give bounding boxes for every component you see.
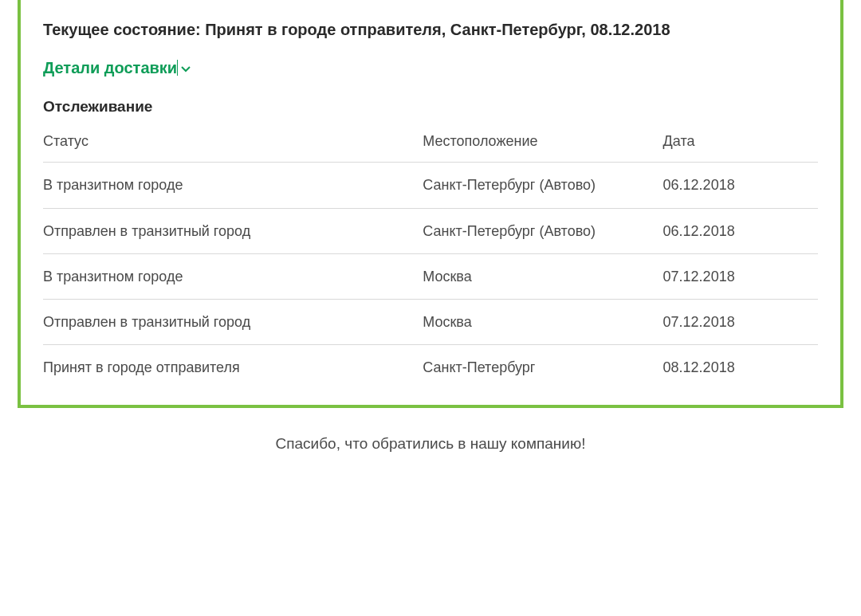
- col-header-location: Местоположение: [423, 127, 662, 163]
- cell-date: 07.12.2018: [663, 300, 818, 345]
- cell-status: Отправлен в транзитный город: [43, 208, 423, 253]
- cell-status: Принят в городе отправителя: [43, 345, 423, 390]
- table-row: Отправлен в транзитный город Москва 07.1…: [43, 300, 818, 345]
- details-toggle[interactable]: Детали доставки: [43, 59, 192, 77]
- cell-location: Санкт-Петербург: [423, 345, 662, 390]
- table-row: Принят в городе отправителя Санкт-Петерб…: [43, 345, 818, 390]
- table-row: В транзитном городе Санкт-Петербург (Авт…: [43, 163, 818, 208]
- text-cursor: [177, 60, 178, 76]
- cell-location: Санкт-Петербург (Автово): [423, 208, 662, 253]
- table-header-row: Статус Местоположение Дата: [43, 127, 818, 163]
- cell-location: Москва: [423, 300, 662, 345]
- current-status-label: Текущее состояние:: [43, 21, 205, 38]
- current-status-line: Текущее состояние: Принят в городе отпра…: [43, 19, 818, 40]
- cell-date: 07.12.2018: [663, 253, 818, 299]
- cell-location: Санкт-Петербург (Автово): [423, 163, 662, 208]
- details-toggle-label: Детали доставки: [43, 59, 177, 77]
- tracking-panel: Текущее состояние: Принят в городе отпра…: [18, 0, 843, 408]
- current-status-value: Принят в городе отправителя, Санкт-Петер…: [205, 21, 670, 38]
- thanks-message: Спасибо, что обратились в нашу компанию!: [0, 435, 861, 453]
- tracking-heading: Отслеживание: [43, 98, 818, 116]
- cell-status: Отправлен в транзитный город: [43, 300, 423, 345]
- cell-date: 06.12.2018: [663, 163, 818, 208]
- cell-status: В транзитном городе: [43, 253, 423, 299]
- cell-location: Москва: [423, 253, 662, 299]
- cell-date: 08.12.2018: [663, 345, 818, 390]
- table-row: В транзитном городе Москва 07.12.2018: [43, 253, 818, 299]
- cell-date: 06.12.2018: [663, 208, 818, 253]
- chevron-down-icon: [179, 62, 192, 75]
- col-header-date: Дата: [663, 127, 818, 163]
- tracking-table: Статус Местоположение Дата В транзитном …: [43, 127, 818, 390]
- col-header-status: Статус: [43, 127, 423, 163]
- table-row: Отправлен в транзитный город Санкт-Петер…: [43, 208, 818, 253]
- cell-status: В транзитном городе: [43, 163, 423, 208]
